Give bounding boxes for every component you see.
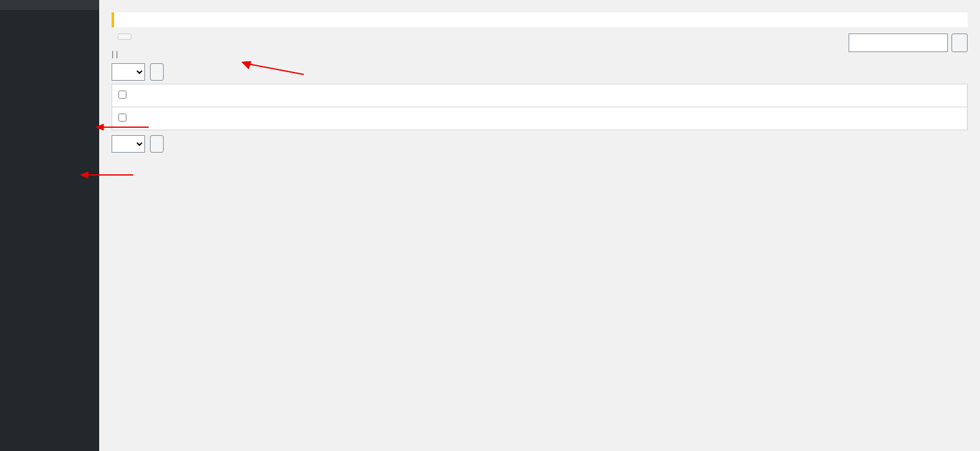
add-form-button[interactable] — [118, 33, 131, 40]
sidebar-submenu — [0, 0, 99, 10]
col-shortcode-footer — [684, 107, 967, 130]
col-user-role-footer — [408, 107, 684, 130]
apply-button[interactable] — [150, 63, 164, 81]
forms-table — [112, 84, 968, 130]
bulk-actions-select-bottom[interactable] — [112, 135, 145, 153]
select-all-checkbox[interactable] — [118, 91, 126, 99]
bulk-actions-select[interactable] — [112, 63, 145, 81]
col-shortcode — [684, 84, 967, 107]
filter-links: | | — [112, 49, 968, 58]
search-box — [849, 33, 968, 52]
search-forms-button[interactable] — [951, 33, 968, 52]
search-input[interactable] — [849, 33, 948, 52]
main-content: | | — [99, 0, 980, 451]
col-user-role — [408, 84, 684, 107]
admin-sidebar — [0, 0, 99, 451]
select-all-checkbox-footer[interactable] — [118, 114, 126, 122]
update-notice — [112, 12, 968, 27]
apply-button-bottom[interactable] — [150, 135, 164, 153]
